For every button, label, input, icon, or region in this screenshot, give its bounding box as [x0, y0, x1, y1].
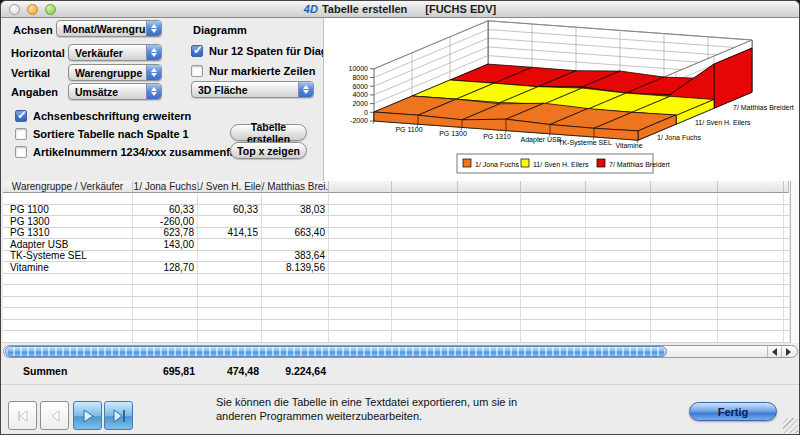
table-row[interactable] [3, 193, 789, 205]
table-cell[interactable] [392, 297, 458, 309]
horizontal-scrollbar[interactable] [3, 345, 798, 358]
table-cell[interactable] [458, 331, 521, 343]
table-cell[interactable] [458, 297, 521, 309]
table-cell[interactable] [392, 308, 458, 320]
table-cell[interactable] [651, 193, 718, 205]
table-cell[interactable]: 383,64 [262, 251, 329, 263]
table-cell[interactable] [329, 285, 392, 297]
table-cell[interactable] [586, 308, 651, 320]
table-cell[interactable] [718, 193, 784, 205]
column-header[interactable] [458, 181, 521, 193]
table-cell[interactable] [133, 274, 198, 286]
table-row[interactable] [3, 320, 789, 332]
table-cell[interactable] [458, 285, 521, 297]
table-cell[interactable] [198, 239, 262, 251]
column-header[interactable] [329, 181, 392, 193]
table-cell[interactable] [521, 262, 586, 274]
table-cell[interactable] [198, 320, 262, 332]
table-cell[interactable]: 128,70 [133, 262, 198, 274]
table-cell[interactable] [392, 216, 458, 228]
table-cell[interactable] [458, 274, 521, 286]
table-cell[interactable] [198, 193, 262, 205]
table-cell[interactable] [329, 251, 392, 263]
table-cell[interactable] [392, 285, 458, 297]
horizontal-select[interactable]: Verkäufer [68, 44, 162, 61]
table-cell[interactable] [329, 274, 392, 286]
table-cell[interactable] [586, 320, 651, 332]
column-header[interactable] [784, 181, 789, 193]
table-cell[interactable] [586, 216, 651, 228]
column-header[interactable]: 1/ Jona Fuchs [133, 181, 198, 193]
table-cell[interactable] [521, 205, 586, 217]
table-cell[interactable] [651, 308, 718, 320]
table-cell[interactable] [262, 285, 329, 297]
table-cell[interactable] [198, 274, 262, 286]
table-cell[interactable] [718, 331, 784, 343]
table-cell[interactable] [392, 331, 458, 343]
table-cell[interactable]: -260,00 [133, 216, 198, 228]
first-record-button[interactable] [8, 401, 37, 430]
table-cell[interactable] [586, 331, 651, 343]
table-cell[interactable] [329, 239, 392, 251]
table-cell[interactable] [3, 274, 133, 286]
table-cell[interactable] [651, 228, 718, 240]
table-row[interactable]: PG 110060,3360,3338,03 [3, 205, 789, 217]
table-cell[interactable] [586, 274, 651, 286]
table-cell[interactable] [521, 308, 586, 320]
table-cell[interactable] [718, 205, 784, 217]
column-header[interactable] [718, 181, 784, 193]
fertig-button[interactable]: Fertig [689, 402, 777, 421]
table-cell[interactable] [718, 297, 784, 309]
table-cell[interactable] [392, 274, 458, 286]
table-cell[interactable] [651, 297, 718, 309]
table-cell[interactable] [329, 308, 392, 320]
table-cell[interactable] [651, 251, 718, 263]
table-cell[interactable] [521, 193, 586, 205]
table-cell[interactable] [651, 285, 718, 297]
checkbox-achsenbeschriftung[interactable]: Achsenbeschriftung erweitern [15, 110, 191, 122]
table-cell[interactable] [586, 193, 651, 205]
table-cell[interactable]: Vitamine [3, 262, 133, 274]
table-row[interactable]: PG 1310623,78414,15663,40 [3, 228, 789, 240]
table-cell[interactable] [392, 193, 458, 205]
table-cell[interactable] [718, 239, 784, 251]
tabelle-erstellen-button[interactable]: Tabelle erstellen [230, 124, 307, 141]
achsen-select[interactable]: Monat/Warengrupp... [56, 20, 162, 37]
checkbox-icon[interactable] [191, 45, 203, 57]
table-cell[interactable] [458, 239, 521, 251]
table-cell[interactable] [718, 274, 784, 286]
table-cell[interactable] [262, 239, 329, 251]
table-cell[interactable] [586, 239, 651, 251]
top-x-zeigen-button[interactable]: Top x zeigen [230, 142, 307, 159]
table-cell[interactable] [329, 297, 392, 309]
scroll-right-button[interactable] [781, 346, 795, 357]
table-cell[interactable] [133, 320, 198, 332]
table-cell[interactable]: 38,03 [262, 205, 329, 217]
table-cell[interactable] [262, 297, 329, 309]
checkbox-nur-markierte[interactable]: Nur markierte Zeilen [191, 65, 315, 77]
previous-record-button[interactable] [40, 401, 69, 430]
table-cell[interactable] [392, 205, 458, 217]
table-cell[interactable] [458, 251, 521, 263]
table-cell[interactable] [718, 216, 784, 228]
checkbox-icon[interactable] [15, 110, 27, 122]
table-cell[interactable] [718, 251, 784, 263]
table-cell[interactable] [458, 308, 521, 320]
table-row[interactable]: Adapter USB143,00 [3, 239, 789, 251]
table-cell[interactable] [458, 262, 521, 274]
table-cell[interactable]: 143,00 [133, 239, 198, 251]
table-cell[interactable] [718, 262, 784, 274]
table-cell[interactable] [718, 308, 784, 320]
checkbox-icon[interactable] [15, 146, 27, 158]
title-bar[interactable]: 4DTabelle erstellen[FUCHS EDV] [1, 1, 799, 18]
table-cell[interactable] [262, 193, 329, 205]
table-cell[interactable] [133, 331, 198, 343]
table-cell[interactable] [651, 274, 718, 286]
table-cell[interactable] [3, 297, 133, 309]
table-cell[interactable] [329, 205, 392, 217]
table-cell[interactable]: 60,33 [198, 205, 262, 217]
table-cell[interactable] [198, 285, 262, 297]
column-header[interactable] [651, 181, 718, 193]
table-cell[interactable] [521, 285, 586, 297]
table-cell[interactable] [521, 239, 586, 251]
